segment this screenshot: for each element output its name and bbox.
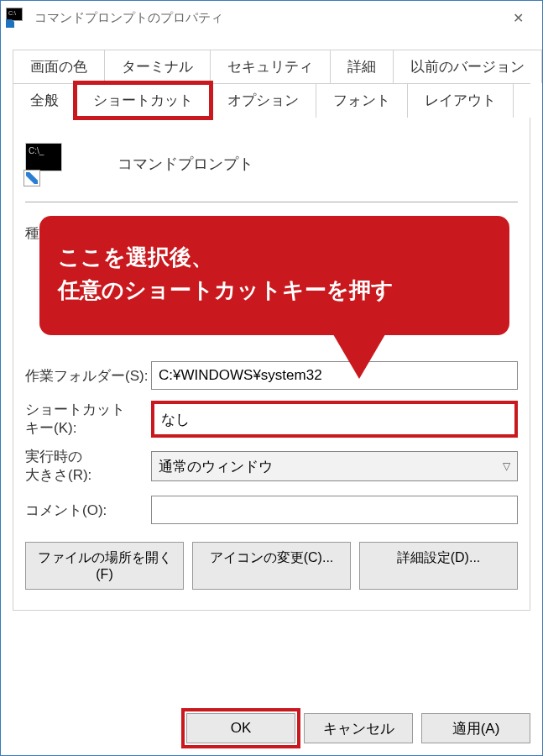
app-icon: C:\_ bbox=[25, 143, 67, 185]
label-shortcut-key: ショートカット キー(K): bbox=[25, 401, 151, 438]
app-name: コマンドプロンプト bbox=[117, 154, 253, 174]
tab-details[interactable]: 詳細 bbox=[330, 50, 394, 83]
tab-shortcut[interactable]: ショートカット bbox=[76, 83, 211, 118]
change-icon-button[interactable]: アイコンの変更(C)... bbox=[192, 542, 351, 590]
cancel-button[interactable]: キャンセル bbox=[304, 713, 413, 743]
tab-prev-versions[interactable]: 以前のバージョン bbox=[393, 50, 542, 83]
open-location-button[interactable]: ファイルの場所を開く(F) bbox=[25, 542, 184, 590]
ok-button[interactable]: OK bbox=[186, 713, 295, 743]
label-comment: コメント(O): bbox=[25, 501, 151, 520]
tab-general[interactable]: 全般 bbox=[13, 83, 76, 118]
tab-colors[interactable]: 画面の色 bbox=[13, 50, 105, 83]
tab-options[interactable]: オプション bbox=[210, 83, 316, 118]
tab-layout[interactable]: レイアウト bbox=[407, 83, 514, 118]
label-runsize: 実行時の 大きさ(R): bbox=[25, 448, 151, 485]
label-workdir: 作業フォルダー(S): bbox=[25, 366, 151, 386]
tab-font[interactable]: フォント bbox=[316, 83, 408, 118]
runsize-select[interactable]: 通常のウィンドウ ▽ bbox=[151, 451, 518, 481]
tab-panel-shortcut: C:\_ コマンドプロンプト 種類: アプリケーション 作業フォルダー(S): … bbox=[13, 118, 530, 611]
callout-line2: 任意のショートカットキーを押す bbox=[58, 274, 491, 307]
apply-button[interactable]: 適用(A) bbox=[421, 713, 530, 743]
window-title: コマンドプロンプトのプロパティ bbox=[34, 10, 499, 26]
close-icon[interactable]: ✕ bbox=[499, 3, 537, 33]
runsize-value: 通常のウィンドウ bbox=[159, 457, 273, 476]
annotation-callout: ここを選択後、 任意のショートカットキーを押す bbox=[39, 216, 509, 335]
window-icon: C:\ bbox=[6, 8, 26, 28]
advanced-button[interactable]: 詳細設定(D)... bbox=[359, 542, 518, 590]
tab-security[interactable]: セキュリティ bbox=[210, 50, 331, 83]
callout-line1: ここを選択後、 bbox=[58, 241, 491, 274]
shortcut-key-field[interactable] bbox=[151, 401, 518, 438]
comment-field[interactable] bbox=[151, 496, 518, 524]
tab-terminal[interactable]: ターミナル bbox=[104, 50, 211, 83]
titlebar: C:\ コマンドプロンプトのプロパティ ✕ bbox=[1, 1, 542, 34]
chevron-down-icon: ▽ bbox=[503, 460, 510, 472]
